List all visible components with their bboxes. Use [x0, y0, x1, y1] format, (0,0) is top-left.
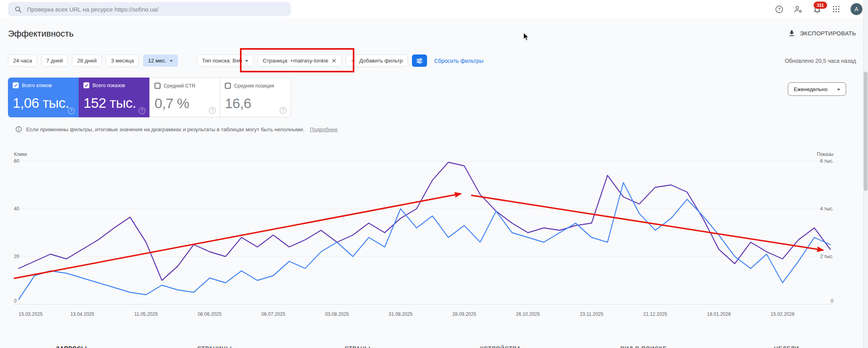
export-button[interactable]: ЭКСПОРТИРОВАТЬ [788, 29, 856, 37]
svg-text:2 тыс.: 2 тыс. [820, 254, 833, 259]
chevron-down-icon [837, 89, 840, 91]
tab-pages[interactable]: СТРАНИЦЫ [143, 345, 286, 348]
svg-text:11.05.2025: 11.05.2025 [134, 311, 158, 317]
search-console-performance-page: Проверка всех URL на ресурсе https://sof… [0, 0, 868, 348]
notification-badge: 311 [814, 2, 827, 9]
checkbox-unchecked-icon[interactable] [155, 83, 160, 89]
add-filter-label: Добавить фильтр [359, 58, 403, 64]
apps-grid-icon[interactable] [831, 4, 841, 14]
export-label: ЭКСПОРТИРОВАТЬ [800, 30, 856, 37]
metric-card-average-position[interactable]: Средняя позиция 16,6 ? [220, 78, 291, 117]
user-settings-icon[interactable] [793, 4, 803, 14]
page-title: Эффективность [8, 29, 73, 39]
tab-devices[interactable]: УСТРОЙСТВА [429, 345, 572, 348]
dimension-tabs: ЗАПРОСЫ СТРАНИЦЫ СТРАНЫ УСТРОЙСТВА ВИД В… [0, 345, 858, 348]
svg-text:40: 40 [14, 206, 19, 212]
info-icon [15, 126, 22, 133]
range-chip-3m[interactable]: 3 месяца [106, 54, 139, 67]
metric-label: Всего кликов [22, 83, 52, 88]
checkbox-checked-icon[interactable] [13, 82, 19, 88]
metric-card-total-impressions[interactable]: Всего показов 152 тыс. ? [79, 78, 149, 117]
mouse-cursor [524, 33, 529, 41]
svg-text:0: 0 [14, 298, 17, 304]
svg-text:?: ? [778, 7, 780, 12]
page-filter-chip[interactable]: Страница: +matrasy-tonkie ✕ [257, 54, 342, 67]
metric-label: Всего показов [93, 83, 125, 88]
svg-text:21.12.2025: 21.12.2025 [643, 311, 667, 317]
help-circle-icon[interactable]: ? [280, 107, 286, 114]
performance-chart[interactable]: КликиПоказы00202 тыс.404 тыс.606 тыс.15.… [0, 148, 858, 320]
filter-settings-button[interactable] [412, 54, 427, 67]
close-icon[interactable]: ✕ [332, 58, 337, 64]
svg-text:03.08.2025: 03.08.2025 [325, 311, 349, 317]
metric-value: 1,06 тыс. [13, 95, 69, 111]
plus-icon: + [351, 57, 355, 64]
search-placeholder: Проверка всех URL на ресурсе https://sof… [27, 6, 159, 13]
svg-text:4 тыс.: 4 тыс. [820, 206, 833, 212]
help-circle-icon[interactable]: ? [68, 107, 75, 114]
search-type-chip[interactable]: Тип поиска: Веб [197, 54, 254, 67]
svg-text:60: 60 [14, 158, 19, 164]
metric-value: 152 тыс. [83, 95, 136, 111]
topbar: Проверка всех URL на ресурсе https://sof… [0, 0, 868, 18]
svg-text:28.09.2025: 28.09.2025 [452, 311, 476, 317]
range-chip-12m-label: 12 мес. [148, 58, 166, 64]
range-chip-12m[interactable]: 12 мес. [143, 54, 178, 67]
help-circle-icon[interactable]: ? [209, 107, 216, 114]
svg-text:0: 0 [831, 298, 833, 304]
svg-text:26.10.2025: 26.10.2025 [516, 311, 540, 317]
scrollbar-track[interactable] [863, 0, 868, 348]
svg-text:06.07.2025: 06.07.2025 [261, 311, 285, 317]
learn-more-link[interactable]: Подробнее [310, 126, 338, 132]
svg-text:18.01.2026: 18.01.2026 [707, 311, 731, 317]
metric-value: 0,7 % [155, 95, 189, 111]
range-chip-28d[interactable]: 28 дней [72, 54, 102, 67]
checkbox-checked-icon[interactable] [83, 82, 89, 88]
granularity-dropdown[interactable]: Еженедельно [788, 82, 846, 96]
download-icon [788, 29, 796, 37]
filter-bar: 24 часа 7 дней 28 дней 3 месяца 12 мес. … [8, 54, 483, 67]
search-icon [14, 6, 22, 13]
granularity-label: Еженедельно [794, 86, 827, 92]
notice-text: Если применены фильтры, итоговые значени… [26, 126, 304, 132]
metric-card-total-clicks[interactable]: Всего кликов 1,06 тыс. ? [8, 78, 79, 117]
filter-notice: Если применены фильтры, итоговые значени… [15, 126, 338, 133]
tab-queries[interactable]: ЗАПРОСЫ [0, 345, 143, 348]
chevron-down-icon [170, 60, 173, 62]
svg-text:31.08.2025: 31.08.2025 [389, 311, 412, 317]
metric-value: 16,6 [225, 95, 251, 111]
search-type-label: Тип поиска: Веб [202, 58, 242, 64]
tab-weeks[interactable]: НЕДЕЛИ [715, 345, 858, 348]
page-filter-label: Страница: +matrasy-tonkie [263, 58, 328, 64]
metric-cards: Всего кликов 1,06 тыс. ? Всего показов 1… [8, 78, 291, 117]
add-filter-chip[interactable]: + Добавить фильтр [346, 54, 408, 67]
svg-text:13.04.2025: 13.04.2025 [70, 311, 94, 317]
svg-text:20: 20 [14, 254, 19, 259]
chevron-down-icon [245, 60, 248, 62]
metric-label: Средний CTR [164, 83, 195, 89]
range-chip-7d[interactable]: 7 дней [41, 54, 68, 67]
help-circle-icon[interactable]: ? [139, 107, 145, 114]
svg-text:23.11.2025: 23.11.2025 [580, 311, 603, 317]
url-inspection-search-input[interactable]: Проверка всех URL на ресурсе https://sof… [8, 2, 291, 16]
help-icon[interactable]: ? [774, 4, 784, 14]
last-updated-text: Обновлено 20,5 часа назад [785, 58, 856, 64]
tab-search-appearance[interactable]: ВИД В ПОИСКЕ [572, 345, 715, 348]
tab-countries[interactable]: СТРАНЫ [286, 345, 429, 348]
checkbox-unchecked-icon[interactable] [225, 83, 231, 89]
sliders-icon [416, 57, 423, 65]
metric-label: Средняя позиция [234, 83, 274, 89]
reset-filters-link[interactable]: Сбросить фильтры [434, 58, 483, 64]
range-chip-24h[interactable]: 24 часа [8, 54, 37, 67]
avatar[interactable]: A [851, 3, 862, 15]
metric-card-average-ctr[interactable]: Средний CTR 0,7 % ? [149, 78, 220, 117]
svg-text:Показы: Показы [817, 152, 833, 157]
scrollbar-thumb[interactable] [864, 72, 868, 191]
svg-text:Клики: Клики [14, 152, 27, 157]
svg-text:6 тыс.: 6 тыс. [820, 158, 833, 164]
svg-text:15.03.2025: 15.03.2025 [19, 311, 43, 317]
svg-text:15.02.2026: 15.02.2026 [771, 311, 795, 317]
svg-text:08.06.2025: 08.06.2025 [198, 311, 222, 317]
